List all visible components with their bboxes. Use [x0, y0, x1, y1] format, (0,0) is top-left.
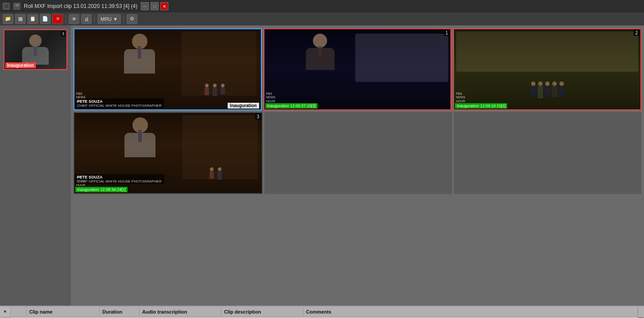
thumb-col-header: [11, 306, 27, 317]
video-cell-2[interactable]: 2 PBSNEWSHOUR Inauguration 12:09:10:15[2…: [453, 28, 641, 110]
sort-button[interactable]: ▼: [0, 306, 11, 317]
clip1-label: Inauguration 12:09:37:15[3]: [265, 103, 318, 109]
clip-label: Inauguration: [5, 62, 36, 68]
video-cell-3[interactable]: 3 PBSNEWSHOUR PETE SOUZA CHIEF OFFICIAL …: [74, 112, 263, 194]
clip2-badge: 2: [633, 30, 640, 36]
video-grid: PBSNEWSHOUR PETE SOUZA CHIEF OFFICIAL WH…: [71, 26, 644, 306]
table-container: ▼ Clip name Duration Audio transcription…: [0, 306, 644, 318]
video-row-1: PBSNEWSHOUR PETE SOUZA CHIEF OFFICIAL WH…: [74, 28, 641, 110]
small-clip[interactable]: 3 Inauguration: [4, 29, 67, 70]
table-scrollbar[interactable]: [638, 306, 644, 318]
clip0-label: Inauguration: [228, 103, 259, 109]
copy-button[interactable]: 📋: [27, 14, 38, 24]
clip-number-badge: 3: [61, 31, 66, 36]
clip3-label: Inauguration 12:08:34:24[1]: [75, 187, 128, 192]
left-panel: 3 Inauguration: [0, 26, 71, 306]
grid-button[interactable]: ▦: [15, 14, 26, 24]
person-tie-shape: [34, 47, 37, 56]
toolbar: 📁 ▦ 📋 📄 ✕ 👁 🖨 MRU ▼ ⚙: [0, 12, 644, 26]
minimize-button[interactable]: ─: [141, 2, 149, 10]
person-head-shape: [29, 35, 42, 47]
col-header-duration: Duration: [100, 306, 140, 317]
empty-cell-2: [454, 112, 641, 194]
pbs-logo-1: PBSNEWSHOUR: [266, 92, 275, 103]
video-thumb-2: 2 PBSNEWSHOUR Inauguration 12:09:10:15[2…: [454, 29, 640, 109]
close-button[interactable]: ✕: [160, 2, 168, 10]
mru-dropdown-icon: ▼: [113, 16, 118, 22]
delete-button[interactable]: ✕: [52, 14, 63, 24]
toolbar-separator-3: [124, 15, 124, 23]
title-bar: ⬛ 🎬 Roll MXF Import clip 13.01.2020 11:3…: [0, 0, 644, 12]
settings-button[interactable]: ⚙: [127, 14, 137, 24]
col-header-comments: Comments: [303, 306, 638, 317]
toolbar-separator-1: [66, 15, 66, 23]
clip3-badge: 3: [255, 114, 261, 120]
sort-icon: ▼: [3, 309, 8, 314]
col-header-description: Clip description: [221, 306, 303, 317]
clip2-label: Inauguration 12:09:10:15[2]: [455, 103, 507, 109]
clip1-badge: 1: [444, 30, 450, 36]
mru-label: MRU: [101, 16, 112, 22]
thumb1-person: [306, 34, 334, 70]
table-wrapper: ▼ Clip name Duration Audio transcription…: [0, 306, 638, 318]
thumb0-person: [124, 34, 155, 74]
roll-icon: 🎬: [13, 3, 20, 10]
video-cell-0[interactable]: PBSNEWSHOUR PETE SOUZA CHIEF OFFICIAL WH…: [74, 28, 262, 110]
thumb-person-figure: [22, 35, 49, 65]
video-thumb-3: 3 PBSNEWSHOUR PETE SOUZA CHIEF OFFICIAL …: [74, 113, 262, 193]
mru-button[interactable]: MRU ▼: [97, 14, 121, 24]
thumb3-overlay: PETE SOUZA CHIEF OFFICIAL WHITE HOUSE PH…: [74, 174, 262, 185]
maximize-button[interactable]: □: [151, 2, 159, 10]
thumb3-person: [124, 117, 155, 157]
paste-button[interactable]: 📄: [40, 14, 50, 24]
print-button[interactable]: 🖨: [81, 14, 92, 24]
app-icon: ⬛: [3, 3, 10, 10]
window-controls: ─ □ ✕: [141, 2, 168, 10]
title-bar-text: Roll MXF Import clip 13.01.2020 11:39:53…: [24, 3, 137, 9]
col-header-audio: Audio transcription: [140, 306, 221, 317]
toolbar-separator-2: [94, 15, 95, 23]
video-thumb-0: PBSNEWSHOUR PETE SOUZA CHIEF OFFICIAL WH…: [74, 29, 261, 109]
folder-button[interactable]: 📁: [3, 14, 13, 24]
video-cell-1[interactable]: 1 PBSNEWSHOUR Inauguration 12:09:37:15[3…: [264, 28, 452, 110]
video-thumb-1: 1 PBSNEWSHOUR Inauguration 12:09:37:15[3…: [264, 29, 451, 109]
thumb0-background-figures: [177, 84, 252, 96]
table-header: ▼ Clip name Duration Audio transcription…: [0, 306, 638, 317]
eye-button[interactable]: 👁: [69, 14, 79, 24]
col-header-clip-name: Clip name: [27, 306, 100, 317]
empty-cell-1: [264, 112, 452, 194]
video-row-2: 3 PBSNEWSHOUR PETE SOUZA CHIEF OFFICIAL …: [74, 112, 641, 194]
thumb2-figures: [454, 81, 640, 98]
pbs-logo-2: PBSNEWSHOUR: [456, 92, 465, 103]
main-area: 3 Inauguration: [0, 26, 644, 306]
